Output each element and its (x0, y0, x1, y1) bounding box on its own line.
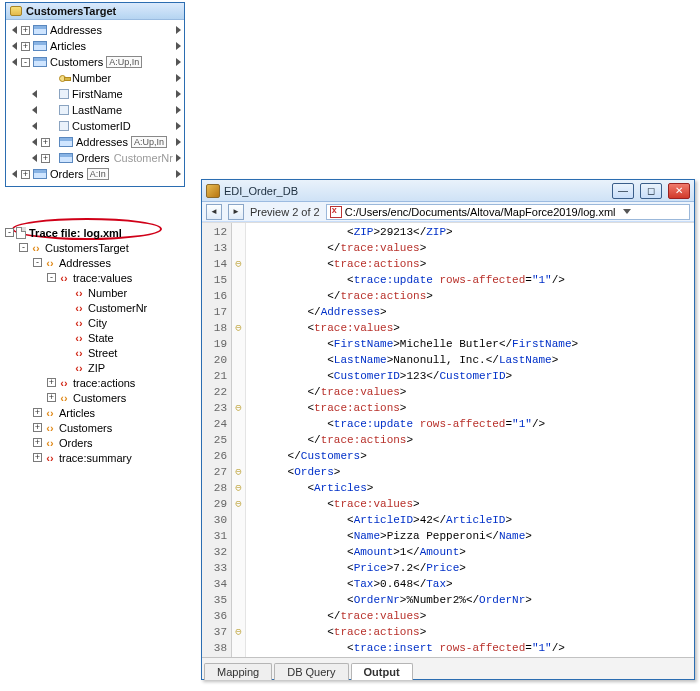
schema-field[interactable]: LastName (6, 102, 184, 118)
tree-expander[interactable]: + (21, 26, 30, 35)
table-icon (33, 25, 47, 35)
input-connector-icon[interactable] (32, 138, 37, 146)
output-connector-icon[interactable] (176, 170, 181, 178)
output-connector-icon[interactable] (176, 138, 181, 146)
trace-element-icon: ‹› (73, 317, 85, 329)
element-icon: ‹› (44, 257, 56, 269)
field-label: Addresses (50, 24, 102, 36)
trace-node-label: Trace file: log.xml (29, 227, 122, 239)
trace-node-label: trace:summary (59, 452, 132, 464)
output-connector-icon[interactable] (176, 122, 181, 130)
output-connector-icon[interactable] (176, 90, 181, 98)
schema-field[interactable]: -CustomersA:Up,In (6, 54, 184, 70)
trace-node[interactable]: ‹›CustomerNr (5, 300, 190, 315)
input-connector-icon[interactable] (32, 154, 37, 162)
trace-node-label: Street (88, 347, 117, 359)
tree-expander[interactable]: + (41, 154, 50, 163)
table-icon (59, 153, 73, 163)
trace-node[interactable]: +‹›Orders (5, 435, 190, 450)
action-badge[interactable]: A:Up,In (131, 136, 167, 148)
dropdown-icon[interactable] (623, 209, 631, 214)
tree-expander[interactable]: + (21, 170, 30, 179)
trace-node-label: Customers (59, 422, 112, 434)
tree-expander[interactable]: + (33, 453, 42, 462)
field-label: Customers (50, 56, 103, 68)
input-connector-icon[interactable] (32, 122, 37, 130)
output-connector-icon[interactable] (176, 58, 181, 66)
schema-field[interactable]: FirstName (6, 86, 184, 102)
schema-header[interactable]: CustomersTarget (6, 3, 184, 20)
input-connector-icon[interactable] (12, 42, 17, 50)
input-connector-icon[interactable] (12, 170, 17, 178)
minimize-button[interactable]: — (612, 183, 634, 199)
next-preview-button[interactable] (228, 204, 244, 220)
output-connector-icon[interactable] (176, 154, 181, 162)
trace-node[interactable]: -‹›trace:values (5, 270, 190, 285)
schema-field[interactable]: +OrdersA:In (6, 166, 184, 182)
trace-node[interactable]: -Trace file: log.xml (5, 225, 190, 240)
file-path: C:/Users/enc/Documents/Altova/MapForce20… (345, 206, 616, 218)
schema-field[interactable]: +OrdersCustomerNr (6, 150, 184, 166)
tree-expander[interactable]: + (33, 423, 42, 432)
trace-node[interactable]: ‹›State (5, 330, 190, 345)
field-label: LastName (72, 104, 122, 116)
tree-expander[interactable]: + (41, 138, 50, 147)
tree-expander[interactable]: - (33, 258, 42, 267)
tree-expander[interactable]: - (19, 243, 28, 252)
trace-node[interactable]: +‹›Customers (5, 420, 190, 435)
action-badge[interactable]: A:In (87, 168, 109, 180)
field-label: Orders (50, 168, 84, 180)
trace-node-label: trace:values (73, 272, 132, 284)
trace-node[interactable]: ‹›City (5, 315, 190, 330)
output-connector-icon[interactable] (176, 42, 181, 50)
trace-node[interactable]: ‹›Number (5, 285, 190, 300)
schema-field[interactable]: +AddressesA:Up,In (6, 134, 184, 150)
output-connector-icon[interactable] (176, 106, 181, 114)
input-connector-icon[interactable] (32, 90, 37, 98)
schema-field[interactable]: Number (6, 70, 184, 86)
trace-node[interactable]: ‹›Street (5, 345, 190, 360)
trace-node[interactable]: +‹›trace:actions (5, 375, 190, 390)
maximize-button[interactable]: ◻ (640, 183, 662, 199)
trace-node[interactable]: ‹›ZIP (5, 360, 190, 375)
window-title: EDI_Order_DB (224, 185, 606, 197)
input-connector-icon[interactable] (12, 58, 17, 66)
action-badge[interactable]: A:Up,In (106, 56, 142, 68)
schema-field[interactable]: CustomerID (6, 118, 184, 134)
field-label: CustomerID (72, 120, 131, 132)
xml-editor[interactable]: 12 13 14 15 16 17 18 19 20 21 22 23 24 2… (202, 222, 694, 657)
tree-expander[interactable]: + (33, 408, 42, 417)
trace-node[interactable]: +‹›Customers (5, 390, 190, 405)
schema-field[interactable]: +Addresses (6, 22, 184, 38)
element-icon: ‹› (44, 437, 56, 449)
tree-expander[interactable]: + (47, 393, 56, 402)
output-connector-icon[interactable] (176, 26, 181, 34)
trace-node-label: State (88, 332, 114, 344)
trace-node[interactable]: +‹›trace:summary (5, 450, 190, 465)
schema-field[interactable]: +Articles (6, 38, 184, 54)
table-icon (33, 57, 47, 67)
output-connector-icon[interactable] (176, 74, 181, 82)
tree-expander[interactable]: - (5, 228, 14, 237)
table-icon (33, 41, 47, 51)
tree-expander[interactable]: - (21, 58, 30, 67)
tab-db-query[interactable]: DB Query (274, 663, 348, 680)
trace-node[interactable]: -‹›Addresses (5, 255, 190, 270)
tree-expander[interactable]: - (47, 273, 56, 282)
tab-mapping[interactable]: Mapping (204, 663, 272, 680)
tree-expander[interactable]: + (33, 438, 42, 447)
trace-node[interactable]: +‹›Articles (5, 405, 190, 420)
input-connector-icon[interactable] (12, 26, 17, 34)
tree-expander[interactable]: + (21, 42, 30, 51)
fold-column[interactable]: ⊖⊖⊖⊖⊖⊖⊖ (232, 223, 246, 657)
tree-expander[interactable]: + (47, 378, 56, 387)
file-path-display[interactable]: C:/Users/enc/Documents/Altova/MapForce20… (326, 204, 690, 220)
code-content[interactable]: <ZIP>29213</ZIP> </trace:values> <trace:… (246, 223, 694, 657)
field-label: Articles (50, 40, 86, 52)
close-button[interactable]: ✕ (668, 183, 690, 199)
input-connector-icon[interactable] (32, 106, 37, 114)
trace-node[interactable]: -‹›CustomersTarget (5, 240, 190, 255)
prev-preview-button[interactable] (206, 204, 222, 220)
window-titlebar[interactable]: EDI_Order_DB — ◻ ✕ (202, 180, 694, 202)
tab-output[interactable]: Output (351, 663, 413, 680)
